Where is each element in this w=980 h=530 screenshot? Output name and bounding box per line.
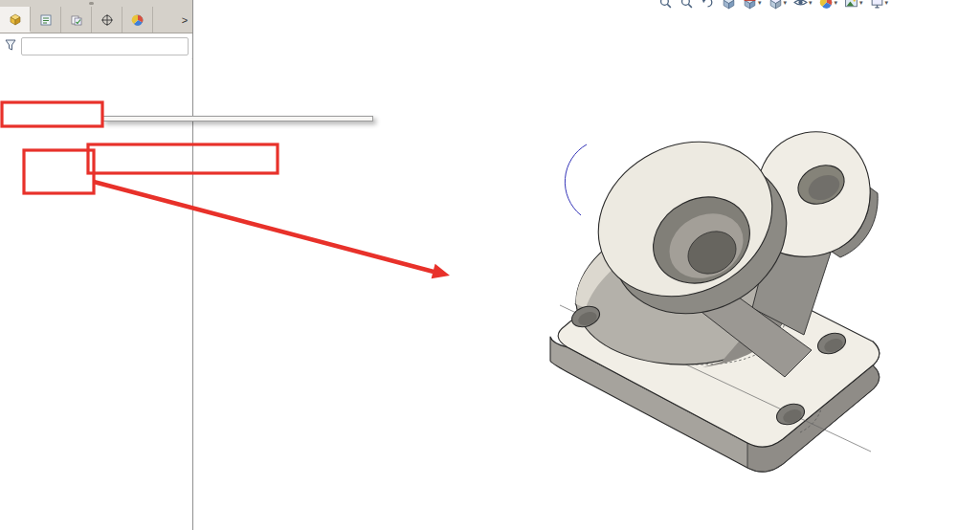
dimxpertmanager-tab[interactable]: [92, 7, 122, 33]
panel-grip[interactable]: [0, 0, 192, 7]
angle-dimension-arc[interactable]: [565, 144, 587, 215]
previous-view-icon[interactable]: [701, 0, 715, 10]
section-view-icon[interactable]: ▾: [743, 0, 762, 10]
edit-appearance-icon[interactable]: ▾: [819, 0, 838, 10]
tab-overflow-arrow[interactable]: >: [177, 7, 192, 33]
heads-up-view-toolbar: ▾▾▾▾▾▾: [658, 0, 888, 10]
hide-show-items-icon[interactable]: ▾: [793, 0, 813, 10]
view-orientation-icon[interactable]: [722, 0, 736, 10]
manager-tab-bar: >: [0, 7, 192, 33]
display-style-icon[interactable]: ▾: [768, 0, 788, 10]
zoom-to-area-icon[interactable]: [679, 0, 694, 10]
propertymanager-tab[interactable]: [31, 7, 61, 33]
dropdown-caret-icon[interactable]: ▾: [835, 0, 838, 6]
dropdown-caret-icon[interactable]: ▾: [885, 0, 889, 6]
featuremanager-tab[interactable]: [0, 7, 31, 33]
tree-filter-row: [0, 33, 192, 59]
dropdown-caret-icon[interactable]: ▾: [784, 0, 788, 6]
configurationmanager-tab[interactable]: [61, 7, 92, 33]
annotations-context-menu: [102, 116, 373, 121]
feature-manager-panel: >: [0, 0, 193, 530]
angled-base-model[interactable]: [550, 113, 880, 472]
feature-tree: [0, 58, 191, 530]
view-settings-icon[interactable]: ▾: [870, 0, 889, 10]
dropdown-caret-icon[interactable]: ▾: [809, 0, 813, 6]
dropdown-caret-icon[interactable]: ▾: [859, 0, 863, 6]
filter-funnel-icon[interactable]: [4, 38, 17, 55]
tree-filter-input[interactable]: [21, 37, 189, 55]
apply-scene-icon[interactable]: ▾: [844, 0, 863, 10]
dropdown-caret-icon[interactable]: ▾: [758, 0, 762, 6]
zoom-to-fit-icon[interactable]: [658, 0, 673, 10]
displaymanager-tab[interactable]: [122, 7, 153, 33]
